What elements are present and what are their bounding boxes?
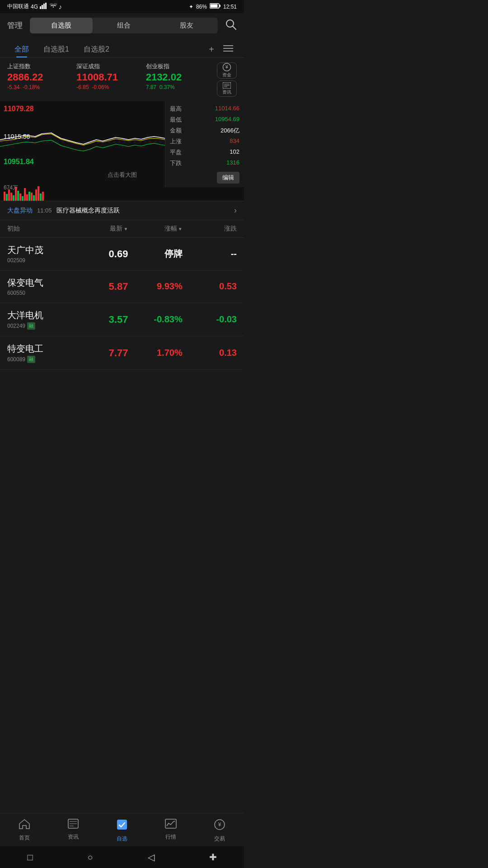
stock-name: 特变电工 bbox=[7, 343, 80, 355]
volume-bars bbox=[0, 184, 134, 201]
stock-price: 3.57 bbox=[80, 314, 128, 326]
news-button[interactable]: 资讯 bbox=[217, 80, 237, 97]
stock-price: 0.69 bbox=[80, 248, 128, 260]
stock-change-val: 0.13 bbox=[183, 348, 237, 358]
stock-code: 002249 融 bbox=[7, 322, 80, 330]
stock-row-2[interactable]: 大洋电机 002249 融 3.57 -0.83% -0.03 bbox=[0, 303, 244, 336]
news-text: 医疗器械概念再度活跃 bbox=[56, 207, 230, 215]
top-nav: 管理 自选股 组合 股友 bbox=[0, 13, 244, 38]
carrier-label: 中国联通 bbox=[7, 3, 29, 10]
svg-rect-5 bbox=[219, 5, 221, 7]
stock-price: 7.77 bbox=[80, 347, 128, 359]
svg-rect-2 bbox=[43, 4, 45, 9]
add-watchlist-button[interactable]: + bbox=[203, 42, 220, 57]
signal-label: 4G bbox=[31, 4, 38, 10]
stock-name-area: 大洋电机 002249 融 bbox=[7, 309, 80, 330]
shenzhen-price: 11008.71 bbox=[76, 71, 142, 83]
status-bar: 中国联通 4G ♪ ✦ 86% bbox=[0, 0, 244, 13]
list-view-button[interactable] bbox=[220, 42, 237, 57]
panel-row-rise: 上涨 834 bbox=[170, 137, 239, 146]
subnav-watchlist2[interactable]: 自选股2 bbox=[76, 42, 117, 57]
shanghai-price: 2886.22 bbox=[7, 71, 73, 83]
tiktok-icon: ♪ bbox=[59, 3, 62, 10]
index-row: 上证指数 2886.22 -5.34 -0.18% 深证成指 11008.71 … bbox=[0, 58, 244, 101]
chart-mid-label: 11015.56 bbox=[4, 133, 30, 140]
col-header-name: 初始 bbox=[7, 225, 80, 233]
status-left: 中国联通 4G ♪ bbox=[7, 3, 62, 10]
panel-row-flat: 平盘 102 bbox=[170, 148, 239, 156]
chart-click-hint[interactable]: 点击看大图 bbox=[108, 171, 137, 179]
svg-rect-6 bbox=[210, 5, 217, 8]
stock-code: 600089 融 bbox=[7, 356, 80, 363]
col-header-diff[interactable]: 涨跌 bbox=[183, 225, 237, 233]
tab-watchlist[interactable]: 自选股 bbox=[30, 18, 93, 33]
svg-rect-3 bbox=[45, 3, 47, 9]
search-icon[interactable] bbox=[225, 19, 237, 33]
chuangye-name: 创业板指 bbox=[146, 62, 211, 71]
chart-high-label: 11079.28 bbox=[4, 105, 34, 113]
bluetooth-icon: ✦ bbox=[189, 4, 193, 10]
chuangye-price: 2132.02 bbox=[146, 71, 211, 83]
chart-low-label: 10951.84 bbox=[4, 158, 34, 166]
status-right: ✦ 86% 12:51 bbox=[189, 3, 237, 10]
stock-change-pct: 9.93% bbox=[128, 281, 182, 292]
funds-button[interactable]: ¥ 资金 bbox=[217, 62, 237, 79]
manage-button[interactable]: 管理 bbox=[7, 20, 23, 31]
panel-row-fall: 下跌 1316 bbox=[170, 159, 239, 167]
signal-bars bbox=[40, 3, 48, 10]
shanghai-change: -5.34 -0.18% bbox=[7, 84, 73, 90]
subnav-all[interactable]: 全部 bbox=[7, 42, 36, 57]
stock-row-0[interactable]: 天广中茂 002509 0.69 停牌 -- bbox=[0, 238, 244, 270]
stock-change-pct: -0.83% bbox=[128, 314, 182, 325]
panel-row-amount: 金额 2066亿 bbox=[170, 127, 239, 135]
tab-friends[interactable]: 股友 bbox=[155, 18, 218, 33]
stock-change-val: -0.03 bbox=[183, 314, 237, 325]
news-tag: 大盘异动 bbox=[7, 207, 33, 215]
stock-change-val: -- bbox=[183, 249, 237, 259]
news-bar[interactable]: 大盘异动 11:05 医疗器械概念再度活跃 › bbox=[0, 201, 244, 220]
time-label: 12:51 bbox=[223, 4, 237, 10]
stock-list: 天广中茂 002509 0.69 停牌 -- 保变电气 600550 5.87 … bbox=[0, 238, 244, 370]
stock-price: 5.87 bbox=[80, 281, 128, 292]
battery-icon bbox=[210, 3, 221, 10]
shanghai-name: 上证指数 bbox=[7, 62, 73, 71]
panel-row-low: 最低 10954.69 bbox=[170, 116, 239, 124]
col-header-change[interactable]: 涨幅 ▼ bbox=[128, 225, 182, 233]
edit-button[interactable]: 编辑 bbox=[217, 172, 239, 184]
shanghai-index[interactable]: 上证指数 2886.22 -5.34 -0.18% bbox=[7, 62, 76, 97]
wifi-icon bbox=[50, 3, 57, 10]
stock-name-area: 天广中茂 002509 bbox=[7, 244, 80, 264]
stock-code: 002509 bbox=[7, 257, 80, 264]
stock-name: 天广中茂 bbox=[7, 244, 80, 256]
stock-row-1[interactable]: 保变电气 600550 5.87 9.93% 0.53 bbox=[0, 270, 244, 303]
subnav-watchlist1[interactable]: 自选股1 bbox=[36, 42, 76, 57]
panel-row-high: 最高 11014.66 bbox=[170, 105, 239, 113]
battery-label: 86% bbox=[196, 4, 207, 10]
svg-rect-0 bbox=[40, 6, 41, 9]
svg-line-8 bbox=[233, 26, 236, 29]
svg-rect-1 bbox=[42, 5, 43, 9]
stock-change-val: 0.53 bbox=[183, 281, 237, 292]
news-arrow-icon: › bbox=[234, 206, 237, 215]
tab-portfolio[interactable]: 组合 bbox=[93, 18, 155, 33]
main-tabs: 自选股 组合 股友 bbox=[30, 18, 218, 33]
chuangye-index[interactable]: 创业板指 2132.02 7.87 0.37% bbox=[146, 62, 215, 97]
change-sort-icon: ▼ bbox=[178, 226, 183, 231]
shenzhen-index[interactable]: 深证成指 11008.71 -6.85 -0.06% bbox=[76, 62, 145, 97]
price-sort-icon: ▼ bbox=[123, 226, 128, 231]
stock-name-area: 保变电气 600550 bbox=[7, 277, 80, 296]
shenzhen-name: 深证成指 bbox=[76, 62, 142, 71]
stock-row-3[interactable]: 特变电工 600089 融 7.77 1.70% 0.13 bbox=[0, 336, 244, 370]
col-header-price[interactable]: 最新 ▼ bbox=[80, 225, 128, 233]
stock-name: 大洋电机 bbox=[7, 309, 80, 321]
news-time: 11:05 bbox=[37, 207, 52, 214]
svg-text:¥: ¥ bbox=[225, 65, 228, 70]
stock-change-pct: 1.70% bbox=[128, 348, 182, 358]
shenzhen-change: -6.85 -0.06% bbox=[76, 84, 142, 90]
chart-right-panel: 最高 11014.66 最低 10954.69 金额 2066亿 上涨 834 … bbox=[165, 101, 244, 187]
chuangye-change: 7.87 0.37% bbox=[146, 84, 211, 90]
stock-change-pct: 停牌 bbox=[128, 248, 182, 260]
chart-area[interactable]: 11079.28 11015.56 10951.84 674万 点击看大图 0.… bbox=[0, 101, 244, 201]
stock-name-area: 特变电工 600089 融 bbox=[7, 343, 80, 363]
stock-code: 600550 bbox=[7, 290, 80, 296]
